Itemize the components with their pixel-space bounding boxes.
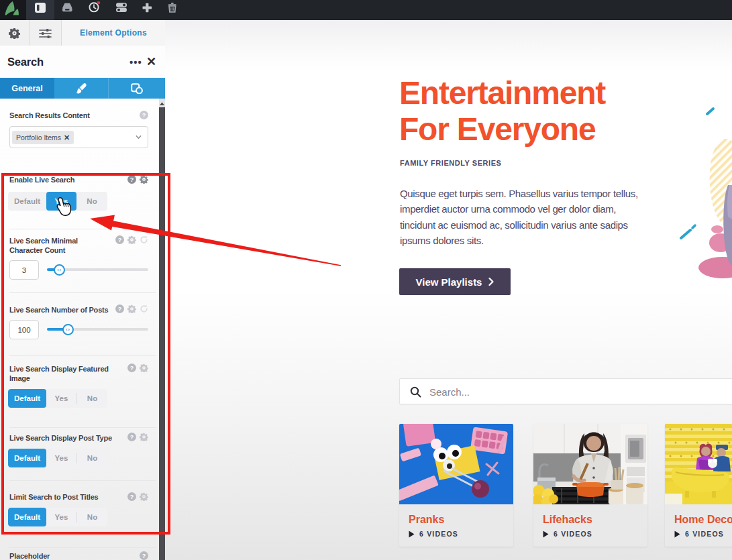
svg-text:?: ? — [142, 112, 146, 119]
svg-text:?: ? — [142, 553, 146, 559]
